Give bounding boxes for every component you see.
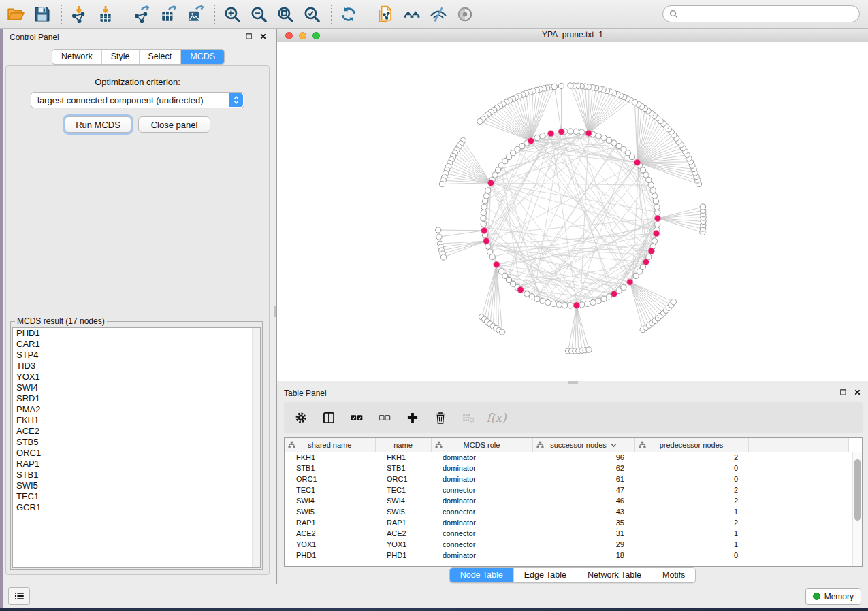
delete-button[interactable] [433, 410, 448, 425]
network-window-titlebar: YPA_prune.txt_1 [277, 29, 868, 42]
list-item[interactable]: ACE2 [13, 426, 260, 437]
tab-edge-table[interactable]: Edge Table [513, 568, 577, 582]
list-item[interactable]: TEC1 [13, 491, 260, 502]
tab-motifs[interactable]: Motifs [652, 568, 695, 582]
tab-node-table[interactable]: Node Table [450, 568, 513, 582]
select-all-button[interactable] [349, 410, 364, 425]
tab-mcds[interactable]: MCDS [180, 50, 224, 64]
list-item[interactable]: STB1 [13, 469, 260, 480]
list-item[interactable]: STP4 [13, 350, 260, 361]
column-header-shared-name[interactable]: shared name [285, 438, 375, 452]
table-cell: 96 [532, 452, 634, 463]
houses-button[interactable] [402, 4, 422, 24]
import-network-icon [70, 5, 88, 23]
table-row[interactable]: SWI5SWI5connector431 [285, 506, 848, 517]
table-cell: SWI5 [375, 506, 431, 517]
table-cell: ACE2 [285, 528, 375, 539]
column-header-empty [748, 438, 848, 452]
network-view[interactable] [277, 42, 868, 381]
split-panel-button[interactable] [321, 410, 336, 425]
float-panel-icon[interactable] [245, 33, 253, 40]
import-network-button[interactable] [69, 4, 89, 24]
criterion-selected-value: largest connected component (undirected) [37, 95, 204, 105]
table-row[interactable]: RAP1RAP1dominator352 [285, 517, 848, 528]
tab-network-table[interactable]: Network Table [577, 568, 652, 582]
table-cell [748, 528, 848, 539]
table-row[interactable]: SWI4SWI4dominator462 [285, 495, 848, 506]
memory-button[interactable]: Memory [805, 588, 861, 605]
eye-button[interactable] [455, 4, 475, 24]
table-row[interactable]: TEC1TEC1connector472 [285, 484, 848, 495]
tab-select[interactable]: Select [139, 50, 181, 64]
splitter-handle[interactable] [274, 306, 276, 317]
settings-gear-button[interactable] [293, 410, 308, 425]
export-table-button[interactable] [159, 4, 179, 24]
column-header-successor-nodes[interactable]: successor nodes [532, 438, 634, 452]
column-header-predecessor-nodes[interactable]: predecessor nodes [634, 438, 748, 452]
tab-style[interactable]: Style [101, 50, 139, 64]
status-bar: Memory [3, 584, 868, 608]
list-item[interactable]: TID3 [13, 361, 260, 371]
zoom-selected-button[interactable] [302, 4, 322, 24]
zoom-in-button[interactable] [222, 4, 242, 24]
close-panel-icon[interactable] [854, 389, 861, 396]
close-panel-icon[interactable] [259, 33, 267, 40]
run-mcds-button[interactable]: Run MCDS [65, 116, 131, 133]
list-item[interactable]: PMA2 [13, 404, 260, 415]
table-row[interactable]: YOX1YOX1connector291 [285, 539, 848, 550]
criterion-select[interactable]: largest connected component (undirected) [31, 92, 244, 108]
import-table-button[interactable] [95, 4, 116, 24]
table-row[interactable]: PHD1PHD1dominator180 [285, 550, 848, 561]
refresh-layout-button[interactable] [338, 4, 359, 24]
export-network-button[interactable] [132, 4, 152, 24]
table-scrollbar[interactable] [852, 452, 862, 566]
table-cell: 0 [634, 474, 748, 484]
table-cell: TEC1 [285, 484, 375, 495]
list-item[interactable]: RAP1 [13, 459, 260, 469]
table-row[interactable]: ORC1ORC1dominator610 [285, 474, 848, 484]
list-item[interactable]: ORC1 [13, 448, 260, 459]
column-header-name[interactable]: name [375, 438, 431, 452]
tab-network[interactable]: Network [52, 50, 101, 64]
table-cell: dominator [431, 550, 532, 561]
list-item[interactable]: CAR1 [13, 339, 260, 350]
new-network-from-file-button[interactable] [375, 4, 396, 24]
list-item[interactable]: PHD1 [13, 328, 260, 339]
open-file-button[interactable] [5, 4, 26, 24]
scrollbar-thumb[interactable] [854, 459, 861, 521]
search-icon [669, 9, 679, 19]
task-history-button[interactable] [8, 587, 30, 605]
table-cell: 1 [634, 506, 748, 517]
eye-slash-button[interactable] [428, 4, 449, 24]
list-item[interactable]: SWI4 [13, 382, 260, 393]
memory-label: Memory [824, 592, 854, 601]
float-panel-icon[interactable] [839, 389, 847, 396]
table-cell: 35 [532, 517, 634, 528]
destroy-table-button [461, 410, 476, 425]
zoom-fit-button[interactable] [275, 4, 295, 24]
export-image-button[interactable] [185, 4, 206, 24]
add-button[interactable] [405, 410, 420, 425]
list-scrollbar[interactable] [252, 328, 260, 567]
list-item[interactable]: SRD1 [13, 393, 260, 404]
list-item[interactable]: FKH1 [13, 415, 260, 426]
zoom-out-button[interactable] [248, 4, 269, 24]
table-cell: 62 [532, 463, 634, 474]
list-item[interactable]: SWI5 [13, 480, 260, 491]
table-row[interactable]: STB1STB1dominator620 [285, 463, 848, 474]
network-graph[interactable] [277, 42, 868, 380]
table-tabs: Node TableEdge TableNetwork TableMotifs [277, 567, 868, 584]
table-row[interactable]: ACE2ACE2connector311 [285, 528, 848, 539]
list-item[interactable]: GCR1 [13, 502, 260, 513]
deselect-all-button[interactable] [377, 410, 392, 425]
table-cell [748, 484, 848, 495]
close-panel-button[interactable]: Close panel [138, 116, 210, 133]
column-header-mcds-role[interactable]: MCDS role [431, 438, 532, 452]
save-session-button[interactable] [32, 4, 52, 24]
table-cell [748, 452, 848, 463]
table-row[interactable]: FKH1FKH1dominator962 [285, 452, 848, 463]
list-item[interactable]: YOX1 [13, 371, 260, 382]
list-item[interactable]: STB5 [13, 437, 260, 448]
function-builder-button: f(x) [489, 410, 504, 425]
search-input[interactable] [679, 7, 859, 21]
